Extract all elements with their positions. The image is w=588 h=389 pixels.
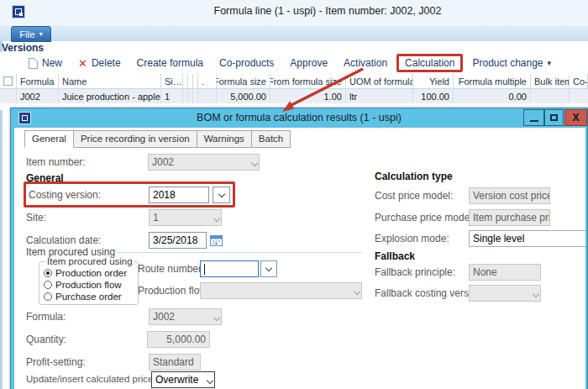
group-divider-line <box>113 252 362 253</box>
production-flow-label: Production flow: <box>138 285 209 297</box>
activation-label: Activation <box>344 57 387 69</box>
profit-setting-field: Standard <box>149 354 201 371</box>
maximize-icon <box>550 114 558 121</box>
chevron-down-icon <box>354 285 360 297</box>
cost-price-model-value: Version cost price <box>473 190 550 202</box>
new-button[interactable]: New <box>29 57 62 69</box>
item-number-value: J002 <box>152 156 174 168</box>
cell-bulk-item <box>531 89 570 103</box>
update-prices-label: Update/insert calculated prices: <box>26 374 160 384</box>
cell-formula: J002 <box>17 89 59 103</box>
chevron-down-icon <box>214 212 219 223</box>
col-formula-size[interactable]: Formula size <box>217 74 270 88</box>
purchase-price-model-field: Item purchase price <box>469 209 550 226</box>
col-name[interactable]: Name <box>59 74 161 88</box>
explosion-mode-field[interactable]: Single level <box>469 230 585 247</box>
radio-purchase-order[interactable]: Purchase order <box>44 291 134 302</box>
quantity-label: Quantity: <box>26 334 66 345</box>
text-cursor <box>204 264 205 275</box>
col-from-formula-size[interactable]: From formula size <box>270 74 346 88</box>
create-formula-button[interactable]: Create formula <box>137 57 203 69</box>
window-title: Formula line (1 - uspi) - Item number: J… <box>0 5 588 17</box>
tab-general[interactable]: General <box>24 130 74 148</box>
calculation-date-field[interactable]: 3/25/2018 <box>149 232 207 249</box>
route-number-dropdown-button[interactable] <box>260 260 277 277</box>
versions-grid: Formula Name Si… . Formula size From for… <box>0 74 588 110</box>
select-all-checkbox[interactable] <box>0 74 17 88</box>
update-prices-select[interactable]: Overwrite <box>151 371 215 388</box>
formula-field: J002 <box>149 308 222 325</box>
file-menu-button[interactable]: File ▾ <box>11 26 51 42</box>
col-formula-multiple[interactable]: Formula multiple <box>454 74 531 88</box>
co-products-label: Co-products <box>219 57 274 69</box>
grid-header-row: Formula Name Si… . Formula size From for… <box>0 74 588 89</box>
delete-button[interactable]: ✕ Delete <box>78 57 121 69</box>
costing-version-dropdown-button[interactable] <box>213 187 230 203</box>
maximize-button[interactable] <box>544 109 564 126</box>
calculation-button[interactable]: Calculation <box>396 54 463 72</box>
chevron-down-icon <box>214 311 219 323</box>
radio-icon <box>44 281 52 289</box>
table-row[interactable]: J002 Juice production - apple 1 5,000.00… <box>0 89 588 103</box>
create-formula-label: Create formula <box>137 57 203 69</box>
cost-price-model-field: Version cost price <box>469 187 550 204</box>
tab-warnings[interactable]: Warnings <box>197 130 252 148</box>
fallback-principle-field: None <box>469 264 541 281</box>
activation-button[interactable]: Activation <box>344 57 387 69</box>
calculation-date-label: Calculation date: <box>26 234 101 246</box>
col-formula[interactable]: Formula <box>17 74 59 88</box>
minimize-button[interactable] <box>523 109 544 126</box>
update-prices-value: Overwrite <box>155 374 198 386</box>
col-yield[interactable]: Yield <box>413 74 454 88</box>
item-procured-legend: Item procured using <box>45 256 134 266</box>
route-number-field[interactable] <box>200 260 259 277</box>
dialog-titlebar[interactable]: BOM or formula calculation results (1 - … <box>11 108 587 128</box>
costing-version-field[interactable]: 2018 <box>149 187 209 203</box>
approve-button[interactable]: Approve <box>290 57 328 69</box>
route-number-label: Route number: <box>138 263 204 275</box>
fallback-principle-label: Fallback principle: <box>375 266 455 278</box>
explosion-mode-label: Explosion mode: <box>375 233 449 244</box>
col-bulk-item[interactable]: Bulk item <box>531 74 570 88</box>
row-marker-cell[interactable] <box>0 89 17 103</box>
fallback-header: Fallback <box>375 250 415 262</box>
col-co-products[interactable]: Co- <box>570 74 588 88</box>
quantity-value: 5,000.00 <box>166 334 206 345</box>
col-site[interactable]: Si… <box>161 74 183 88</box>
calendar-icon[interactable] <box>210 234 223 246</box>
cell-dot <box>198 89 217 103</box>
product-change-button[interactable]: Product change ▾ <box>472 57 551 69</box>
quantity-field: 5,000.00 <box>147 331 210 348</box>
radio-selected-icon <box>44 269 52 277</box>
file-menu-label: File <box>19 29 35 39</box>
main-titlebar: Formula line (1 - uspi) - Item number: J… <box>0 0 588 24</box>
radio-production-order[interactable]: Production order <box>44 267 134 279</box>
radio-label: Production flow <box>55 280 122 290</box>
col-dot[interactable]: . <box>198 74 217 88</box>
col-uom[interactable]: UOM of formula <box>346 74 413 88</box>
delete-button-label: Delete <box>92 57 121 69</box>
formula-value: J002 <box>153 311 175 323</box>
screen: Formula line (1 - uspi) - Item number: J… <box>0 0 588 389</box>
close-button[interactable]: X <box>564 109 587 126</box>
cell-from-formula-size: 1.00 <box>270 89 346 103</box>
costing-version-value: 2018 <box>153 189 176 201</box>
item-number-label: Item number: <box>26 156 86 168</box>
radio-label: Production order <box>55 268 127 278</box>
co-products-button[interactable]: Co-products <box>219 57 274 69</box>
production-flow-field <box>200 282 362 299</box>
new-button-label: New <box>42 57 62 69</box>
tab-batch[interactable]: Batch <box>251 130 291 148</box>
site-label: Site: <box>26 212 46 223</box>
radio-production-flow[interactable]: Production flow <box>44 279 134 291</box>
profit-setting-value: Standard <box>153 356 194 368</box>
site-field: 1 <box>149 209 222 226</box>
tab-price-recording[interactable]: Price recording in version <box>73 130 197 148</box>
chevron-down-icon <box>265 264 272 271</box>
costing-version-label: Costing version: <box>29 189 101 201</box>
general-section-header: General <box>26 172 64 184</box>
new-page-icon <box>29 58 38 69</box>
cell-co-products <box>570 89 588 103</box>
chevron-down-icon <box>218 190 224 197</box>
explosion-mode-value: Single level <box>473 233 524 244</box>
